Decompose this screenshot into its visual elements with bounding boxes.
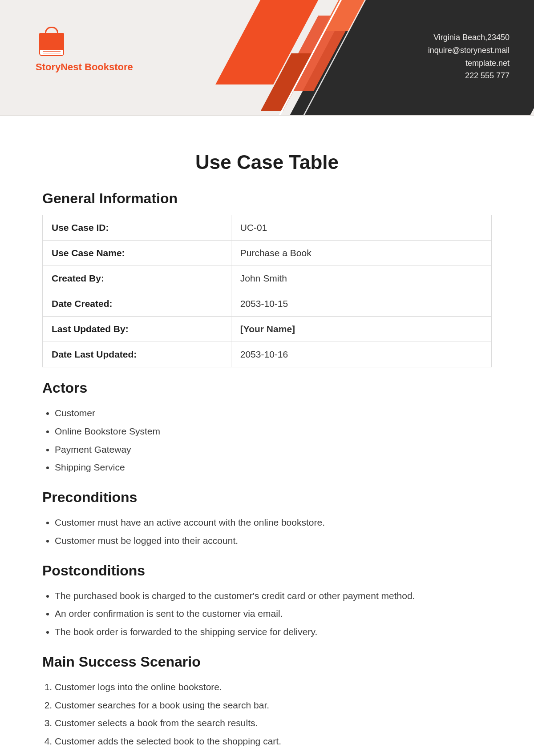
list-item: The book order is forwarded to the shipp… xyxy=(55,623,492,641)
logo-text: StoryNest Bookstore xyxy=(36,61,133,73)
table-key: Last Updated By: xyxy=(43,317,231,342)
postconditions-list: The purchased book is charged to the cus… xyxy=(42,587,492,641)
list-item: Customer must have an active account wit… xyxy=(55,514,492,532)
table-key: Created By: xyxy=(43,266,231,291)
list-item: Customer clicks on the "Proceed to Check… xyxy=(55,751,492,756)
table-key: Date Created: xyxy=(43,291,231,317)
list-item: Customer adds the selected book to the s… xyxy=(55,732,492,751)
section-heading-preconditions: Preconditions xyxy=(42,489,492,506)
bookstore-bag-icon xyxy=(36,27,71,58)
table-row: Created By:John Smith xyxy=(43,266,492,291)
table-value: 2053-10-15 xyxy=(231,291,491,317)
list-item: Customer selects a book from the search … xyxy=(55,714,492,732)
contact-address: Virginia Beach,23450 xyxy=(428,31,510,44)
list-item: Customer searches for a book using the s… xyxy=(55,696,492,715)
list-item: Customer must be logged into their accou… xyxy=(55,532,492,550)
list-item: Payment Gateway xyxy=(55,441,492,459)
list-item: The purchased book is charged to the cus… xyxy=(55,587,492,605)
table-key: Use Case Name: xyxy=(43,241,231,266)
document-header: StoryNest Bookstore Virginia Beach,23450… xyxy=(0,0,534,116)
table-row: Use Case ID:UC-01 xyxy=(43,215,492,241)
table-row: Date Created:2053-10-15 xyxy=(43,291,492,317)
section-heading-postconditions: Postconditions xyxy=(42,563,492,579)
logo-block: StoryNest Bookstore xyxy=(36,27,133,73)
contact-phone: 222 555 777 xyxy=(428,69,510,82)
main-success-list: Customer logs into the online bookstore.… xyxy=(42,678,492,756)
list-item: Customer logs into the online bookstore. xyxy=(55,678,492,696)
table-key: Date Last Updated: xyxy=(43,342,231,367)
table-value: 2053-10-16 xyxy=(231,342,491,367)
document-body: Use Case Table General Information Use C… xyxy=(0,116,534,756)
list-item: An order confirmation is sent to the cus… xyxy=(55,605,492,623)
preconditions-list: Customer must have an active account wit… xyxy=(42,514,492,550)
contact-email: inquire@storynest.mail xyxy=(428,44,510,57)
contact-site: template.net xyxy=(428,57,510,70)
section-heading-general-info: General Information xyxy=(42,190,492,207)
contact-block: Virginia Beach,23450 inquire@storynest.m… xyxy=(428,31,510,82)
section-heading-main-success: Main Success Scenario xyxy=(42,654,492,670)
table-row: Date Last Updated:2053-10-16 xyxy=(43,342,492,367)
table-value: John Smith xyxy=(231,266,491,291)
list-item: Online Bookstore System xyxy=(55,422,492,441)
list-item: Customer xyxy=(55,404,492,422)
table-key: Use Case ID: xyxy=(43,215,231,241)
list-item: Shipping Service xyxy=(55,458,492,477)
table-row: Last Updated By:[Your Name] xyxy=(43,317,492,342)
actors-list: CustomerOnline Bookstore SystemPayment G… xyxy=(42,404,492,477)
section-heading-actors: Actors xyxy=(42,380,492,396)
table-value: [Your Name] xyxy=(231,317,491,342)
general-info-table: Use Case ID:UC-01Use Case Name:Purchase … xyxy=(42,215,492,367)
table-value: Purchase a Book xyxy=(231,241,491,266)
page-title: Use Case Table xyxy=(42,151,492,173)
table-row: Use Case Name:Purchase a Book xyxy=(43,241,492,266)
table-value: UC-01 xyxy=(231,215,491,241)
